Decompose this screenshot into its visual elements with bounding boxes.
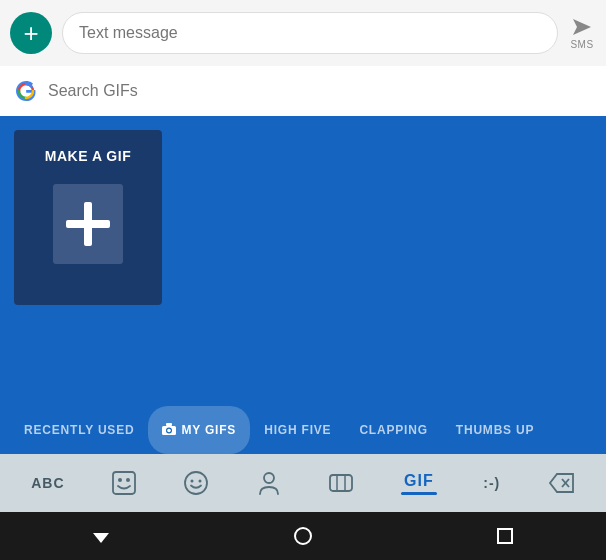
svg-point-20 [295, 528, 311, 544]
plus-icon: + [23, 20, 38, 46]
nav-back-button[interactable] [72, 519, 130, 553]
delete-key[interactable] [541, 468, 581, 498]
gif-key-label: GIF [401, 472, 437, 495]
gif-key[interactable]: GIF [395, 468, 443, 499]
emoji-key[interactable] [177, 466, 215, 500]
tab-my-gifs[interactable]: MY GIFS [148, 406, 250, 454]
sms-label: SMS [570, 39, 593, 50]
svg-rect-7 [113, 472, 135, 494]
make-gif-title: MAKE A GIF [45, 148, 131, 164]
my-gifs-label: MY GIFS [181, 423, 236, 437]
thumbs-up-label: THUMBS UP [456, 423, 535, 437]
text-message-input[interactable] [62, 12, 558, 54]
google-logo [14, 79, 38, 103]
bitmoji-icon [256, 470, 282, 496]
nav-home-button[interactable] [273, 518, 333, 554]
svg-rect-21 [498, 529, 512, 543]
svg-point-10 [185, 472, 207, 494]
recently-used-label: RECENTLY USED [24, 423, 134, 437]
plus-cross-icon [66, 202, 110, 246]
send-icon [568, 16, 596, 38]
search-gifs-input[interactable] [48, 82, 592, 100]
search-bar [0, 66, 606, 116]
gif2-key[interactable] [322, 466, 360, 500]
home-icon [293, 526, 313, 546]
camera-icon [162, 423, 176, 438]
sms-send-button[interactable]: SMS [568, 16, 596, 50]
add-button[interactable]: + [10, 12, 52, 54]
svg-rect-14 [330, 475, 352, 491]
delete-icon [547, 472, 575, 494]
nav-recent-button[interactable] [476, 519, 534, 553]
abc-label: ABC [31, 475, 64, 491]
nav-bar [0, 512, 606, 560]
svg-point-6 [173, 426, 175, 428]
svg-marker-19 [93, 533, 109, 543]
clapping-label: CLAPPING [359, 423, 427, 437]
abc-key[interactable]: ABC [25, 471, 70, 495]
svg-point-13 [264, 473, 274, 483]
emoji-icon [183, 470, 209, 496]
svg-point-12 [199, 480, 202, 483]
recent-icon [496, 527, 514, 545]
bitmoji-key[interactable] [250, 466, 288, 500]
svg-point-8 [118, 478, 122, 482]
gif-area: MAKE A GIF [0, 116, 606, 406]
keyboard-row: ABC GIF [0, 454, 606, 512]
emoticon-label: :-) [483, 475, 500, 491]
tab-thumbs-up[interactable]: THUMBS UP [442, 406, 549, 454]
make-gif-card[interactable]: MAKE A GIF [14, 130, 162, 305]
svg-marker-0 [573, 19, 591, 35]
back-icon [92, 527, 110, 545]
svg-rect-5 [166, 423, 172, 426]
message-bar: + SMS [0, 0, 606, 66]
svg-point-11 [191, 480, 194, 483]
tab-recently-used[interactable]: RECENTLY USED [10, 406, 148, 454]
svg-point-9 [126, 478, 130, 482]
tab-clapping[interactable]: CLAPPING [345, 406, 441, 454]
high-five-label: HIGH FIVE [264, 423, 331, 437]
svg-point-4 [168, 428, 172, 432]
category-tabs: RECENTLY USED MY GIFS HIGH FIVE CLAPPING… [0, 406, 606, 454]
tab-high-five[interactable]: HIGH FIVE [250, 406, 345, 454]
emoticon-key[interactable]: :-) [477, 471, 506, 495]
sticker-icon [111, 470, 137, 496]
sticker-key[interactable] [105, 466, 143, 500]
gif2-icon [328, 470, 354, 496]
make-gif-plus-icon [53, 184, 123, 264]
